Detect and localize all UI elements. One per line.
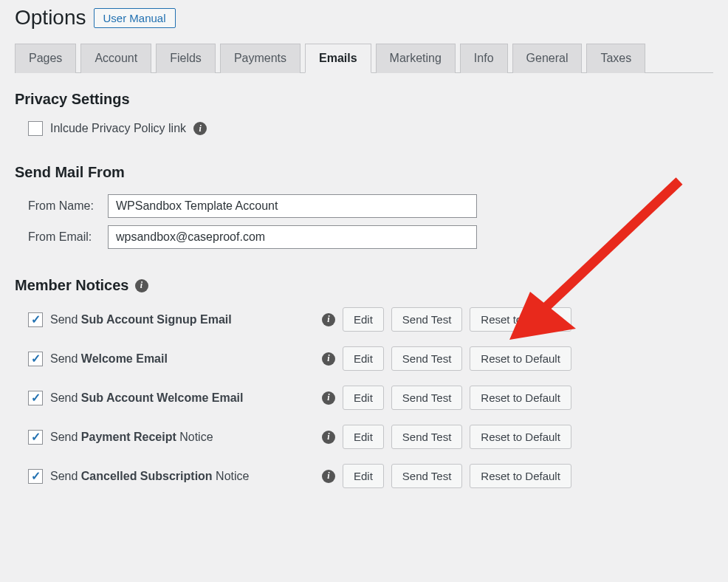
edit-button[interactable]: Edit <box>343 307 384 332</box>
send-test-button[interactable]: Send Test <box>391 464 462 488</box>
info-icon[interactable]: i <box>193 122 207 135</box>
notice-left: Send Sub Account Signup Email <box>28 312 322 327</box>
notice-row: Send Sub Account Signup EmailiEditSend T… <box>15 307 713 332</box>
from-email-input[interactable] <box>108 225 477 249</box>
notice-label: Send Sub Account Welcome Email <box>50 391 243 405</box>
info-icon[interactable]: i <box>135 279 148 292</box>
info-icon[interactable]: i <box>322 313 335 326</box>
page-header: Options User Manual <box>15 6 713 30</box>
privacy-policy-checkbox-row: Inlcude Privacy Policy link i <box>15 121 713 136</box>
tabs-nav: PagesAccountFieldsPaymentsEmailsMarketin… <box>15 43 713 73</box>
send-test-button[interactable]: Send Test <box>391 425 462 449</box>
notice-row: Send Sub Account Welcome EmailiEditSend … <box>15 386 713 410</box>
notice-left: Send Payment Receipt Notice <box>28 430 322 445</box>
member-notices-heading-text: Member Notices <box>15 277 129 294</box>
notice-label: Send Sub Account Signup Email <box>50 313 232 326</box>
reset-button[interactable]: Reset to Default <box>470 425 571 449</box>
notice-label: Send Cancelled Subscription Notice <box>50 470 249 483</box>
tab-marketing[interactable]: Marketing <box>376 44 456 73</box>
tab-general[interactable]: General <box>512 44 583 73</box>
notice-checkbox[interactable] <box>28 312 43 327</box>
reset-button[interactable]: Reset to Default <box>470 307 571 332</box>
info-icon[interactable]: i <box>322 470 335 483</box>
tab-taxes[interactable]: Taxes <box>586 44 645 73</box>
from-email-row: From Email: <box>15 225 713 249</box>
reset-button[interactable]: Reset to Default <box>470 386 571 410</box>
notice-label: Send Payment Receipt Notice <box>50 431 213 444</box>
tab-emails[interactable]: Emails <box>305 44 371 73</box>
notice-actions: iEditSend TestReset to Default <box>322 307 571 332</box>
tab-pages[interactable]: Pages <box>15 44 76 73</box>
reset-button[interactable]: Reset to Default <box>470 346 571 371</box>
notice-left: Send Welcome Email <box>28 352 322 366</box>
edit-button[interactable]: Edit <box>343 386 384 410</box>
send-mail-heading: Send Mail From <box>15 164 713 181</box>
member-notices-heading: Member Notices i <box>15 277 713 294</box>
privacy-section: Privacy Settings Inlcude Privacy Policy … <box>15 91 713 136</box>
privacy-policy-label: Inlcude Privacy Policy link <box>50 122 186 135</box>
edit-button[interactable]: Edit <box>343 464 384 488</box>
notice-row: Send Welcome EmailiEditSend TestReset to… <box>15 346 713 371</box>
tab-fields[interactable]: Fields <box>156 44 216 73</box>
notice-label: Send Welcome Email <box>50 352 168 366</box>
notice-actions: iEditSend TestReset to Default <box>322 425 571 449</box>
from-name-input[interactable] <box>108 194 477 218</box>
tab-info[interactable]: Info <box>460 44 508 73</box>
tab-payments[interactable]: Payments <box>220 44 301 73</box>
edit-button[interactable]: Edit <box>343 425 384 449</box>
info-icon[interactable]: i <box>322 352 335 366</box>
notice-checkbox[interactable] <box>28 469 43 484</box>
notice-actions: iEditSend TestReset to Default <box>322 386 571 410</box>
from-email-label: From Email: <box>28 230 99 244</box>
from-name-row: From Name: <box>15 194 713 218</box>
notice-left: Send Cancelled Subscription Notice <box>28 469 322 484</box>
privacy-heading: Privacy Settings <box>15 91 713 108</box>
notice-actions: iEditSend TestReset to Default <box>322 464 571 488</box>
notice-checkbox[interactable] <box>28 430 43 445</box>
notice-checkbox[interactable] <box>28 352 43 366</box>
send-mail-section: Send Mail From From Name: From Email: <box>15 164 713 249</box>
page-title: Options <box>15 6 86 30</box>
notice-row: Send Cancelled Subscription NoticeiEditS… <box>15 464 713 488</box>
notice-left: Send Sub Account Welcome Email <box>28 391 322 405</box>
user-manual-button[interactable]: User Manual <box>94 8 176 28</box>
edit-button[interactable]: Edit <box>343 346 384 371</box>
member-notices-section: Member Notices i Send Sub Account Signup… <box>15 277 713 488</box>
send-test-button[interactable]: Send Test <box>391 346 462 371</box>
reset-button[interactable]: Reset to Default <box>470 464 571 488</box>
notice-actions: iEditSend TestReset to Default <box>322 346 571 371</box>
notice-checkbox[interactable] <box>28 391 43 405</box>
tab-account[interactable]: Account <box>80 44 151 73</box>
info-icon[interactable]: i <box>322 391 335 405</box>
notice-row: Send Payment Receipt NoticeiEditSend Tes… <box>15 425 713 449</box>
privacy-policy-checkbox[interactable] <box>28 121 43 136</box>
info-icon[interactable]: i <box>322 431 335 444</box>
send-test-button[interactable]: Send Test <box>391 386 462 410</box>
from-name-label: From Name: <box>28 199 99 213</box>
send-test-button[interactable]: Send Test <box>391 307 462 332</box>
